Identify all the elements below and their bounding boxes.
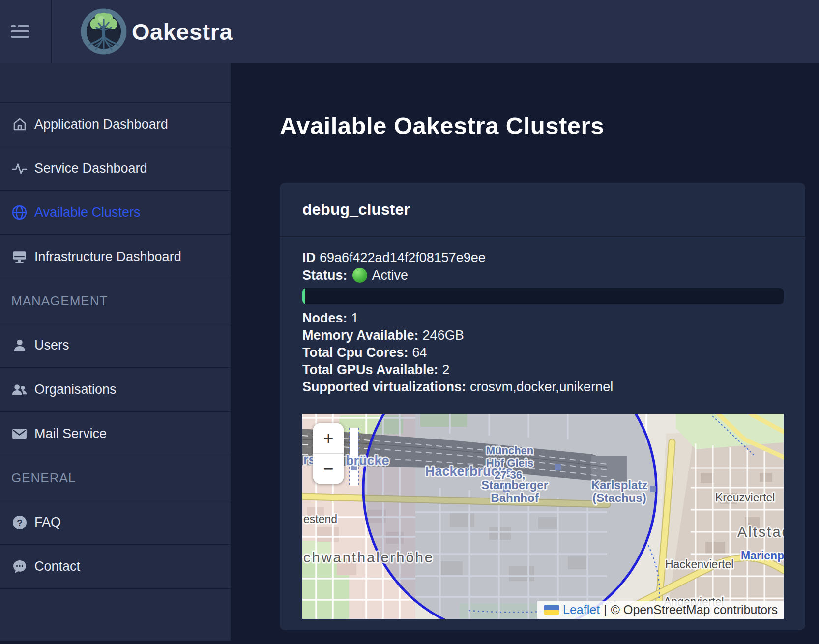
cluster-name: debug_cluster	[302, 201, 410, 219]
sidebar-item-label: FAQ	[34, 515, 61, 530]
sidebar-item-users[interactable]: Users	[0, 323, 231, 368]
chat-icon	[11, 558, 28, 575]
map-label-kreuzviertel: Kreuzviertel	[715, 491, 775, 504]
map-label-karlsplatz-2: (Stachus)	[592, 491, 646, 504]
map-label-starnberger-2: Bahnhof	[491, 491, 539, 504]
map-label-westend: estend	[303, 513, 337, 526]
svg-text:?: ?	[17, 518, 23, 528]
stat-cpu: Total Cpu Cores:64	[302, 344, 784, 361]
cluster-id-line: ID69a6f422ad14f2f08157e9ee	[302, 249, 784, 266]
stat-memory: Memory Available:246GB	[302, 327, 784, 344]
attribution-separator: |	[604, 603, 607, 617]
leaflet-link[interactable]: Leaflet	[563, 603, 600, 617]
map-label-hbf-2: Hbf Gleis	[486, 457, 534, 469]
app-header: Oakestra	[0, 0, 819, 63]
sidebar-item-label: Application Dashboard	[34, 117, 168, 132]
app-title: Oakestra	[132, 18, 233, 45]
menu-toggle-button[interactable]	[11, 21, 36, 42]
cluster-status-line: Status: Active	[302, 266, 784, 284]
help-icon: ?	[11, 514, 28, 530]
zoom-out-button[interactable]: −	[313, 453, 344, 484]
map-label-schwanthalerhoehe: chwanthalerhöhe	[303, 550, 434, 565]
users-icon	[11, 381, 28, 398]
page-title: Available Oakestra Clusters	[280, 112, 604, 140]
cluster-status-label: Status:	[302, 266, 348, 284]
map-label-bruecke: brücke	[346, 453, 389, 468]
sidebar-item-label: Service Dashboard	[34, 161, 147, 176]
sidebar-item-label: Users	[34, 338, 69, 353]
sidebar-item-mail-service[interactable]: Mail Service	[0, 412, 231, 456]
oakestra-logo-icon	[79, 6, 129, 57]
cluster-status-value: Active	[372, 266, 409, 284]
sidebar-item-service-dashboard[interactable]: Service Dashboard	[0, 146, 231, 191]
map-attribution: Leaflet | © OpenStreetMap contributors	[537, 601, 784, 619]
sidebar-item-contact[interactable]: Contact	[0, 545, 231, 589]
cluster-card-header: debug_cluster	[280, 183, 805, 237]
globe-icon	[11, 205, 28, 221]
stat-nodes: Nodes:1	[302, 310, 784, 327]
sidebar-item-label: Infrastructure Dashboard	[34, 249, 181, 264]
stat-virtualizations: Supported virtualizations:crosvm,docker,…	[302, 379, 784, 396]
sidebar-item-label: Available Clusters	[34, 205, 141, 220]
cluster-map[interactable]: rs brücke Hackerbrücke München Hbf Gleis…	[302, 414, 784, 619]
status-active-indicator	[352, 268, 367, 283]
home-icon	[11, 117, 28, 133]
user-icon	[11, 337, 28, 353]
main-content: Available Oakestra Clusters debug_cluste…	[231, 63, 819, 644]
sidebar-section-management: MANAGEMENT	[0, 279, 231, 323]
hamburger-icon	[11, 25, 36, 27]
activity-icon	[11, 160, 28, 176]
brand[interactable]: Oakestra	[79, 6, 233, 57]
progress-fill	[302, 288, 305, 304]
map-label-marienplatz: Marienpl	[741, 549, 784, 562]
sidebar: Application Dashboard Service Dashboard …	[0, 63, 231, 641]
map-zoom-control: + −	[313, 423, 344, 484]
map-tiles: rs brücke Hackerbrücke München Hbf Gleis…	[302, 414, 784, 619]
sidebar-item-organisations[interactable]: Organisations	[0, 368, 231, 412]
stat-gpu: Total GPUs Available:2	[302, 361, 784, 379]
cluster-stats: Nodes:1 Memory Available:246GB Total Cpu…	[302, 310, 784, 396]
ukraine-flag-icon	[544, 605, 559, 615]
cluster-card-body: ID69a6f422ad14f2f08157e9ee Status: Activ…	[280, 237, 805, 630]
osm-attribution: © OpenStreetMap contributors	[611, 603, 778, 617]
cluster-id-value: 69a6f422ad14f2f08157e9ee	[320, 250, 486, 265]
sidebar-item-label: Mail Service	[34, 426, 107, 441]
cluster-card: debug_cluster ID69a6f422ad14f2f08157e9ee…	[280, 183, 805, 630]
cluster-load-bar	[302, 288, 784, 304]
header-divider	[51, 0, 52, 63]
monitor-icon	[11, 249, 28, 265]
sidebar-item-available-clusters[interactable]: Available Clusters	[0, 191, 231, 235]
sidebar-item-infrastructure-dashboard[interactable]: Infrastructure Dashboard	[0, 235, 231, 279]
map-label-altstadt: Altstadt	[737, 524, 784, 540]
page-root: Oakestra Application Dashboard Service D…	[0, 0, 819, 644]
map-label-karlsplatz-1: Karlsplatz	[591, 478, 648, 492]
cluster-id-label: ID	[302, 250, 316, 265]
map-label-hbf-1: München	[486, 444, 534, 457]
sidebar-item-label: Organisations	[34, 382, 117, 397]
mail-icon	[11, 426, 28, 442]
map-label-hackenviertel: Hackenviertel	[665, 558, 733, 571]
map-label-starnberger-1: Starnberger	[481, 478, 548, 492]
sidebar-item-label: Contact	[34, 559, 80, 574]
sidebar-item-application-dashboard[interactable]: Application Dashboard	[0, 102, 231, 146]
zoom-in-button[interactable]: +	[313, 423, 344, 453]
sidebar-item-faq[interactable]: ? FAQ	[0, 500, 231, 545]
sidebar-section-general: GENERAL	[0, 456, 231, 500]
